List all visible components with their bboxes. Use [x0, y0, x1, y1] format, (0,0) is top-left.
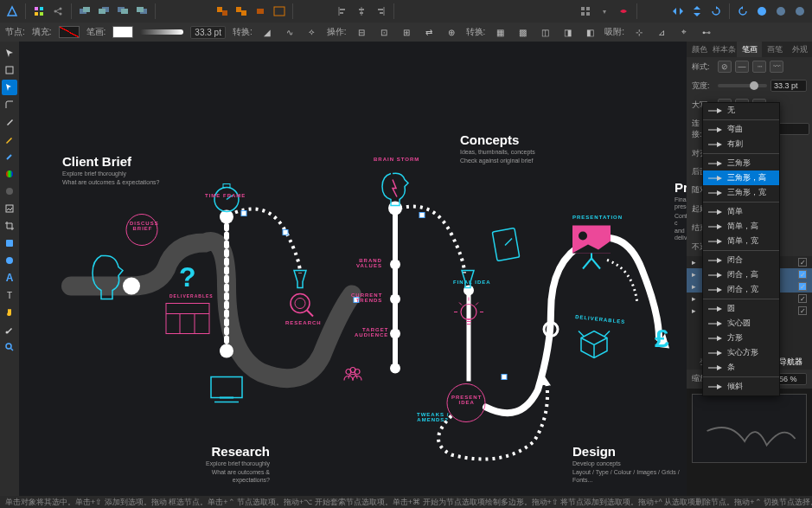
move-tool-icon[interactable] — [2, 45, 17, 61]
effect-icon[interactable] — [615, 3, 632, 20]
style-dash-icon[interactable]: ┄ — [752, 61, 766, 73]
transparency-tool-icon[interactable] — [2, 183, 17, 199]
cvt-smart-icon[interactable]: ⟡ — [304, 25, 320, 39]
layer-visible-check[interactable]: ✓ — [798, 294, 807, 303]
dropdown-item[interactable]: 简单，高 — [703, 219, 779, 234]
op-break-icon[interactable]: ⊟ — [354, 25, 369, 39]
toggle-icon[interactable]: ▾ — [596, 3, 613, 20]
group-4-icon[interactable] — [271, 3, 288, 20]
fill-swatch[interactable] — [59, 26, 80, 38]
app-logo-icon[interactable] — [3, 3, 21, 20]
ellipse-tool-icon[interactable] — [2, 253, 17, 268]
snap-3-icon[interactable]: ⌖ — [676, 25, 692, 39]
dropdown-item[interactable]: 弯曲 — [703, 122, 779, 137]
dropdown-item[interactable]: 倾斜，替代 — [703, 394, 779, 396]
persona-1-icon[interactable] — [753, 3, 770, 20]
layer-visible-check[interactable]: ✓ — [798, 270, 807, 279]
op-join-icon[interactable]: ⊞ — [399, 25, 414, 39]
dropdown-item[interactable]: 三角形，宽 — [703, 185, 779, 200]
pencil-tool-icon[interactable] — [2, 132, 17, 147]
align-right-icon[interactable] — [372, 3, 389, 20]
tab-brush[interactable]: 画笔 — [762, 42, 787, 57]
tf-3-icon[interactable]: ◫ — [537, 25, 553, 39]
tf-5-icon[interactable]: ◧ — [582, 25, 598, 39]
navigator-thumbnail[interactable] — [692, 394, 807, 463]
style-none-icon[interactable]: ⊘ — [718, 61, 732, 73]
cvt-sharp-icon[interactable]: ◢ — [259, 25, 275, 39]
layer-arrange-1-icon[interactable] — [76, 3, 93, 20]
node-tool-icon[interactable] — [2, 80, 17, 95]
place-tool-icon[interactable] — [2, 201, 17, 216]
zoom-tool-icon[interactable] — [2, 339, 17, 355]
text-frame-tool-icon[interactable]: T — [2, 287, 17, 303]
hand-tool-icon[interactable] — [2, 305, 17, 320]
stroke-swatch[interactable] — [112, 26, 133, 38]
dropdown-item[interactable]: 有刺 — [703, 137, 779, 151]
dropdown-item[interactable]: 倾斜 — [703, 379, 779, 394]
group-3-icon[interactable] — [252, 3, 269, 20]
cvt-smooth-icon[interactable]: ∿ — [282, 25, 297, 39]
tf-1-icon[interactable]: ▦ — [492, 25, 508, 39]
dropdown-item[interactable]: 条 — [703, 360, 779, 375]
tf-4-icon[interactable]: ◨ — [559, 25, 575, 39]
tf-2-icon[interactable]: ▩ — [515, 25, 530, 39]
stroke-width-slider[interactable] — [140, 29, 183, 35]
dropdown-item[interactable]: 三角形，高 — [703, 170, 779, 185]
zoom-input[interactable] — [776, 373, 807, 385]
pen-tool-icon[interactable] — [2, 114, 17, 130]
tab-appearance[interactable]: 外观 — [787, 42, 812, 57]
width-input[interactable] — [770, 80, 807, 92]
flip-v-icon[interactable] — [688, 3, 706, 20]
corner-tool-icon[interactable] — [2, 97, 17, 113]
style-solid-icon[interactable]: — — [735, 61, 749, 73]
artboard-tool-icon[interactable] — [2, 62, 17, 78]
layer-visible-check[interactable]: ✓ — [798, 306, 807, 315]
dropdown-item[interactable]: 闭合 — [703, 253, 779, 267]
group-2-icon[interactable] — [233, 3, 250, 20]
style-brush-icon[interactable]: 〰 — [770, 61, 783, 73]
persona-2-icon[interactable] — [772, 3, 790, 20]
canvas[interactable]: ? — [19, 42, 687, 496]
crop-tool-icon[interactable] — [2, 218, 17, 234]
flip-h-icon[interactable] — [669, 3, 687, 20]
snap-2-icon[interactable]: ⊿ — [654, 25, 669, 39]
dropdown-item[interactable]: 闭合，宽 — [703, 282, 779, 297]
align-center-icon[interactable] — [353, 3, 370, 20]
color-picker-tool-icon[interactable] — [2, 322, 17, 338]
dropdown-item[interactable]: 实心方形 — [703, 345, 779, 360]
dropdown-item[interactable]: 三角形 — [703, 156, 779, 170]
layer-arrange-3-icon[interactable] — [114, 3, 131, 20]
rotate-ccw-icon[interactable] — [734, 3, 751, 20]
tab-stroke[interactable]: 笔画 — [737, 42, 762, 57]
share-icon[interactable] — [49, 3, 67, 20]
dropdown-item[interactable]: 方形 — [703, 331, 779, 345]
layer-arrange-4-icon[interactable] — [133, 3, 150, 20]
dropdown-item[interactable]: 无 — [703, 103, 779, 118]
persona-3-icon[interactable] — [791, 3, 809, 20]
op-close-icon[interactable]: ⊡ — [376, 25, 392, 39]
rotate-cw-icon[interactable] — [707, 3, 725, 20]
layer-arrange-2-icon[interactable] — [95, 3, 112, 20]
view-mode-icon[interactable] — [577, 3, 594, 20]
shape-tool-icon[interactable] — [2, 235, 17, 251]
tab-color[interactable]: 颜色 — [687, 42, 712, 57]
dropdown-item[interactable]: 简单，宽 — [703, 234, 779, 248]
dropdown-item[interactable]: 实心圆 — [703, 316, 779, 331]
dropdown-item[interactable]: 闭合，高 — [703, 267, 779, 282]
group-1-icon[interactable] — [214, 3, 231, 20]
op-5-icon[interactable]: ⊕ — [444, 25, 459, 39]
stroke-width-value[interactable]: 33.3 pt — [190, 26, 226, 39]
layer-visible-check[interactable]: ✓ — [798, 258, 807, 267]
dropdown-item[interactable]: 圆 — [703, 301, 779, 316]
snap-4-icon[interactable]: ⊷ — [699, 25, 714, 39]
align-left-icon[interactable] — [334, 3, 351, 20]
layer-visible-check[interactable]: ✓ — [798, 282, 807, 291]
snap-1-icon[interactable]: ⊹ — [631, 25, 647, 39]
tab-swatches[interactable]: 样本条 — [712, 42, 737, 57]
grid-icon[interactable] — [30, 3, 48, 20]
text-tool-icon[interactable]: A — [2, 270, 17, 286]
width-slider[interactable] — [718, 84, 767, 87]
brush-tool-icon[interactable] — [2, 149, 17, 164]
op-reverse-icon[interactable]: ⇄ — [421, 25, 437, 39]
dropdown-item[interactable]: 简单 — [703, 204, 779, 219]
